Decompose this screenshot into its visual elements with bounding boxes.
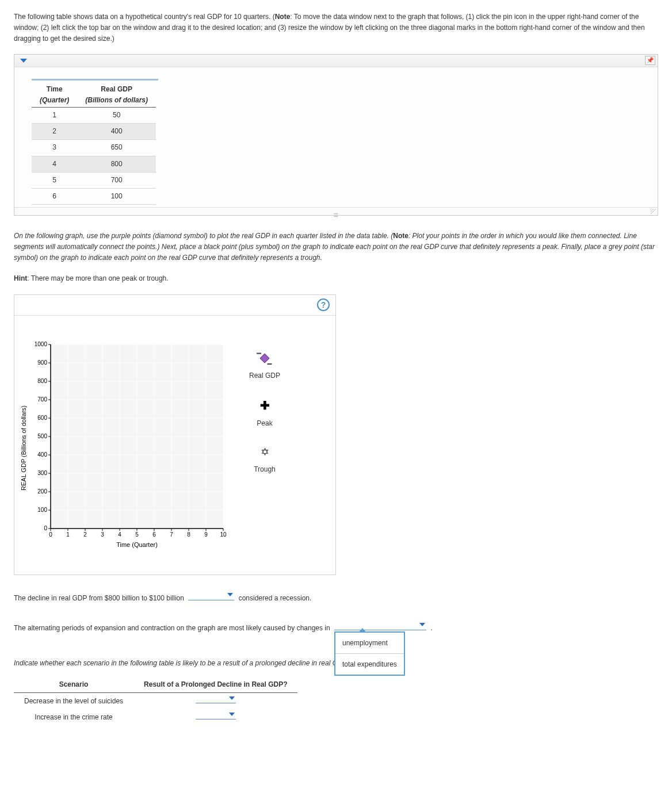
svg-text:7: 7 bbox=[170, 531, 173, 538]
svg-text:5: 5 bbox=[135, 531, 139, 538]
svg-text:1: 1 bbox=[66, 531, 70, 538]
cell-q: 1 bbox=[32, 107, 77, 123]
gdp-col-value-line1: Real GDP bbox=[101, 85, 132, 93]
hint-line: Hint: There may be more than one peak or… bbox=[14, 273, 658, 284]
chart-area[interactable]: REAL GDP (Billions of dollars) bbox=[14, 316, 243, 575]
chevron-down-icon bbox=[229, 713, 235, 716]
table-row: 4800 bbox=[32, 156, 156, 172]
pin-icon[interactable]: 📌 bbox=[645, 56, 655, 65]
grip-icon[interactable]: ≡ bbox=[333, 209, 338, 221]
table-top-accent bbox=[32, 79, 158, 81]
table-row: 3650 bbox=[32, 140, 156, 156]
gdp-col-time-header: Time (Quarter) bbox=[32, 82, 77, 108]
cause-dropdown[interactable]: unemployment total expenditures bbox=[334, 621, 426, 630]
table-row: 2400 bbox=[32, 124, 156, 140]
plus-icon: ✚ bbox=[249, 396, 280, 415]
hint-label: Hint bbox=[14, 274, 27, 282]
cell-v: 650 bbox=[77, 140, 156, 156]
dropdown-option-total-expenditures[interactable]: total expenditures bbox=[335, 654, 404, 675]
scenario-head-1: Scenario bbox=[14, 677, 133, 693]
diamond-icon bbox=[249, 350, 280, 367]
table-row: Decrease in the level of suicides bbox=[14, 693, 297, 710]
svg-text:1000: 1000 bbox=[35, 341, 48, 347]
instructions-note-label: Note bbox=[393, 232, 408, 240]
cell-q: 5 bbox=[32, 172, 77, 188]
intro-note-label: Note bbox=[275, 13, 291, 21]
legend-label-trough: Trough bbox=[249, 464, 280, 475]
intro-paragraph: The following table shows data on a hypo… bbox=[14, 12, 658, 45]
cell-q: 4 bbox=[32, 156, 77, 172]
data-window: 📌 Time (Quarter) Real GDP (Billions of d… bbox=[14, 54, 658, 216]
dropdown-option-unemployment[interactable]: unemployment bbox=[335, 633, 404, 654]
legend: Real GDP ✚ Peak ✡ Trough bbox=[243, 316, 288, 575]
cell-v: 700 bbox=[77, 172, 156, 188]
legend-label-realgdp: Real GDP bbox=[249, 370, 280, 381]
y-axis-label: REAL GDP (Billions of dollars) bbox=[20, 405, 27, 491]
chevron-down-icon bbox=[229, 696, 235, 700]
gdp-table: Time (Quarter) Real GDP (Billions of dol… bbox=[32, 82, 156, 205]
help-icon[interactable]: ? bbox=[317, 298, 330, 311]
graph-panel: ? REAL GDP (Billions of dollars) bbox=[14, 294, 336, 575]
question-cause: The alternating periods of expansion and… bbox=[14, 621, 658, 635]
plot-instructions: On the following graph, use the purple p… bbox=[14, 231, 658, 264]
chevron-down-icon bbox=[227, 593, 233, 596]
scenario-2-dropdown[interactable] bbox=[196, 711, 236, 719]
legend-item-peak[interactable]: ✚ Peak bbox=[249, 396, 280, 429]
q1-text-a: The decline in real GDP from $800 billio… bbox=[14, 594, 186, 602]
y-tick-labels: 0 100 200 300 400 500 600 700 800 900 10… bbox=[35, 341, 48, 531]
cell-q: 2 bbox=[32, 124, 77, 140]
resize-corner-icon[interactable] bbox=[650, 208, 656, 215]
legend-label-peak: Peak bbox=[249, 418, 280, 429]
scenario-table: Scenario Result of a Prolonged Decline i… bbox=[14, 677, 297, 726]
scenario-head-2: Result of a Prolonged Decline in Real GD… bbox=[133, 677, 297, 693]
cell-v: 800 bbox=[77, 156, 156, 172]
q2-text-a: The alternating periods of expansion and… bbox=[14, 624, 332, 632]
svg-text:3: 3 bbox=[101, 531, 104, 538]
data-window-titlebar[interactable]: 📌 bbox=[14, 55, 658, 67]
cell-q: 3 bbox=[32, 140, 77, 156]
svg-text:4: 4 bbox=[118, 531, 121, 538]
chevron-down-icon bbox=[419, 623, 425, 626]
gdp-col-time-line1: Time bbox=[47, 85, 63, 93]
svg-text:0: 0 bbox=[49, 531, 52, 538]
table-row: 150 bbox=[32, 107, 156, 123]
svg-text:300: 300 bbox=[37, 470, 47, 476]
svg-text:2: 2 bbox=[83, 531, 87, 538]
gdp-col-value-header: Real GDP (Billions of dollars) bbox=[77, 82, 156, 108]
svg-text:6: 6 bbox=[152, 531, 156, 538]
table-row: 6100 bbox=[32, 188, 156, 204]
scenario-1-dropdown[interactable] bbox=[196, 695, 236, 703]
table-row: 5700 bbox=[32, 172, 156, 188]
svg-text:8: 8 bbox=[187, 531, 190, 538]
legend-item-realgdp[interactable]: Real GDP bbox=[249, 350, 280, 381]
svg-text:0: 0 bbox=[44, 525, 47, 531]
gdp-col-value-line2: (Billions of dollars) bbox=[85, 95, 148, 106]
cell-v: 100 bbox=[77, 188, 156, 204]
svg-text:100: 100 bbox=[37, 507, 47, 513]
recession-dropdown[interactable] bbox=[188, 591, 234, 600]
scenario-label: Decrease in the level of suicides bbox=[14, 693, 133, 710]
svg-text:400: 400 bbox=[37, 451, 47, 458]
data-window-body: Time (Quarter) Real GDP (Billions of dol… bbox=[14, 67, 658, 208]
q1-text-b: considered a recession. bbox=[239, 594, 312, 602]
cell-v: 50 bbox=[77, 107, 156, 123]
resize-bar[interactable]: ≡ bbox=[14, 207, 658, 215]
legend-item-trough[interactable]: ✡ Trough bbox=[249, 444, 280, 475]
question-recession: The decline in real GDP from $800 billio… bbox=[14, 591, 658, 605]
x-axis-label: Time (Quarter) bbox=[116, 541, 158, 548]
table-row: Increase in the crime rate bbox=[14, 709, 297, 725]
svg-text:200: 200 bbox=[37, 488, 47, 495]
cell-v: 400 bbox=[77, 124, 156, 140]
svg-text:500: 500 bbox=[37, 433, 47, 439]
collapse-caret-icon[interactable] bbox=[20, 59, 27, 63]
star-icon: ✡ bbox=[249, 444, 280, 461]
svg-text:800: 800 bbox=[37, 378, 47, 384]
intro-text-a: The following table shows data on a hypo… bbox=[14, 13, 275, 21]
chart-svg[interactable]: REAL GDP (Billions of dollars) bbox=[19, 333, 238, 563]
hint-text: : There may be more than one peak or tro… bbox=[27, 274, 168, 282]
scenario-label: Increase in the crime rate bbox=[14, 709, 133, 725]
q2-text-b: . bbox=[430, 624, 432, 632]
gdp-col-time-line2: (Quarter) bbox=[40, 95, 69, 106]
cause-dropdown-menu: unemployment total expenditures bbox=[334, 631, 405, 676]
svg-text:9: 9 bbox=[204, 531, 208, 538]
